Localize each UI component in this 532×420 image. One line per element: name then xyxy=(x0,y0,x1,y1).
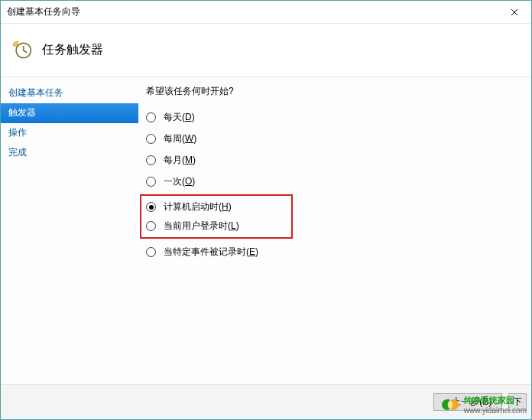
radio-once[interactable]: 一次(O) xyxy=(146,171,516,193)
radio-icon xyxy=(146,202,156,212)
sidebar-item-label: 触发器 xyxy=(8,107,36,118)
titlebar: 创建基本任务向导 xyxy=(1,1,531,24)
content-pane: 希望该任务何时开始? 每天(D) 每周(W) 每月(M) 一次(O) 计算机启动… xyxy=(138,77,531,384)
radio-weekly[interactable]: 每周(W) xyxy=(146,129,516,150)
back-button[interactable]: < 上一步(B) xyxy=(433,393,502,411)
next-button[interactable]: 下 xyxy=(508,393,527,411)
radio-logon[interactable]: 当前用户登录时(L) xyxy=(146,217,287,236)
button-label: < 上一步(B) xyxy=(444,396,491,409)
radio-icon xyxy=(146,247,156,257)
sidebar-item-action[interactable]: 操作 xyxy=(1,123,138,143)
radio-icon xyxy=(146,155,156,165)
sidebar-item-label: 操作 xyxy=(8,127,27,138)
highlight-box: 计算机启动时(H) 当前用户登录时(L) xyxy=(140,194,293,239)
sidebar-item-label: 完成 xyxy=(8,147,27,158)
wizard-footer: < 上一步(B) 下 xyxy=(1,384,531,419)
radio-icon xyxy=(146,134,156,144)
close-icon xyxy=(511,8,518,16)
radio-icon xyxy=(146,177,156,187)
radio-startup[interactable]: 计算机启动时(H) xyxy=(146,197,287,217)
radio-icon xyxy=(146,221,156,231)
radio-daily[interactable]: 每天(D) xyxy=(146,107,516,129)
page-title: 任务触发器 xyxy=(42,42,103,58)
wizard-header: 任务触发器 xyxy=(1,24,531,77)
radio-label: 一次(O) xyxy=(164,175,195,188)
radio-label: 每月(M) xyxy=(164,154,196,167)
radio-label: 每周(W) xyxy=(164,132,196,145)
sidebar-item-label: 创建基本任务 xyxy=(8,87,63,98)
radio-monthly[interactable]: 每月(M) xyxy=(146,150,516,171)
radio-label: 当特定事件被记录时(E) xyxy=(164,246,258,259)
radio-event[interactable]: 当特定事件被记录时(E) xyxy=(146,242,516,263)
window-title: 创建基本任务向导 xyxy=(7,5,80,18)
radio-label: 当前用户登录时(L) xyxy=(164,220,239,233)
radio-label: 每天(D) xyxy=(164,111,195,124)
close-button[interactable] xyxy=(497,1,531,24)
button-label: 下 xyxy=(513,396,522,409)
clock-icon xyxy=(11,40,33,61)
sidebar: 创建基本任务 触发器 操作 完成 xyxy=(1,77,138,384)
sidebar-item-finish[interactable]: 完成 xyxy=(1,143,138,163)
radio-label: 计算机启动时(H) xyxy=(164,200,232,213)
sidebar-item-trigger[interactable]: 触发器 xyxy=(1,103,138,123)
radio-icon xyxy=(146,112,156,122)
wizard-body: 创建基本任务 触发器 操作 完成 希望该任务何时开始? 每天(D) 每周(W) … xyxy=(1,77,531,384)
prompt-text: 希望该任务何时开始? xyxy=(146,85,516,98)
sidebar-item-create-task[interactable]: 创建基本任务 xyxy=(1,83,138,103)
